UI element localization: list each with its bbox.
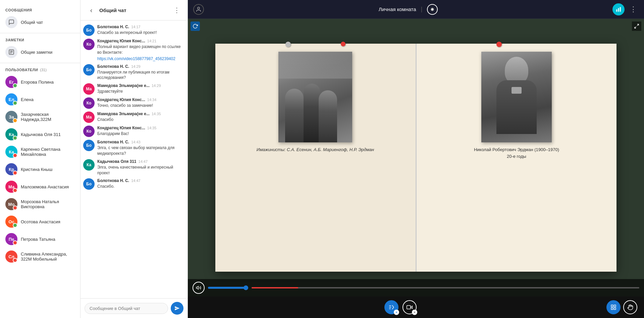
message-text: Элга, очень качественный и интересный пр… [97,165,185,176]
notes-section-title: ЗАМЕТКИ [0,35,80,43]
status-badge [13,118,17,123]
message-timestamp: 14:47 [139,160,148,164]
video-progress-bar [188,279,644,297]
pin-left-gray [285,42,291,47]
sidebar-item-user-4[interactable]: Ка Карпенко Светлана Михайловна [0,143,80,161]
sidebar-item-notes[interactable]: Общие заметки [0,43,80,61]
layout-button[interactable] [606,300,621,314]
back-button[interactable]: ‹ [86,5,97,15]
message-timestamp: 14:34 [147,98,157,102]
stats-button[interactable] [612,3,625,15]
participants-button[interactable] [193,4,204,15]
volume-button[interactable] [193,282,205,294]
status-badge [13,101,17,105]
message-avatar: Ко [83,97,95,109]
more-options-button[interactable]: ⋮ [628,4,639,15]
video-content: Имажинисты: С.А. Есенин, А.Б. Мариенгоф,… [188,19,644,297]
chat-header: ‹ Общий чат ⋮ [80,0,187,20]
svg-marker-12 [196,286,198,289]
message-timestamp: 14:43 [131,140,141,144]
message-timestamp: 14:35 [152,112,161,116]
message-sender-name: Болотнова Н. С. [97,25,129,29]
progress-track[interactable] [252,287,639,288]
chat-messages: БоБолотнова Н. С.14:17Спасибо за интерес… [80,20,187,298]
sidebar-item-user-1[interactable]: Ел Елена [0,91,80,108]
avatar-wrap: Ка [5,128,17,140]
message-text: Спасибо [97,117,185,123]
status-badge [13,83,17,88]
chat-icon [5,16,17,28]
sidebar-item-user-2[interactable]: За Захарчевская Надежда,322М [0,108,80,126]
avatar-wrap: За [5,111,17,123]
sidebar-item-user-0[interactable]: Ег Егорова Полина [0,73,80,91]
svg-point-4 [198,7,200,9]
status-badge [13,258,17,263]
sidebar-item-user-3[interactable]: Ка Кадычкова Оля 311 [0,126,80,143]
chat-message-item: КоКондратец Юлия Конс...14:21Полный вари… [83,39,185,61]
message-avatar: Ко [83,39,95,50]
avatar-wrap: Ел [5,93,17,105]
svg-rect-15 [611,305,613,307]
record-button[interactable] [427,4,438,15]
photo2-caption: Николай Робертович Эрдман (1900–1970)20-… [474,146,559,160]
camera-button-wrap [402,300,417,314]
notes-icon [5,46,17,58]
message-timestamp: 14:47 [131,179,141,183]
message-avatar: Ма [83,83,95,95]
user-label: Карпенко Светлана Михайловна [21,147,75,157]
sidebar-item-chat[interactable]: Общий чат [0,13,80,31]
message-sender-name: Кондратец Юлия Конс... [97,39,145,43]
svg-marker-13 [411,306,412,309]
status-badge [13,223,17,228]
chat-input[interactable] [85,303,168,314]
volume-track[interactable] [208,287,248,289]
message-sender-name: Мамедова Эльмира(не е... [97,83,150,88]
message-avatar: Бо [83,140,95,151]
bottom-right-controls [606,300,637,314]
message-body: Болотнова Н. С.14:29Планируется ли публи… [97,64,185,81]
sidebar-item-user-5[interactable]: Кр Кристина Кныш [0,161,80,178]
chat-message-item: КоКондратец Юлия Конс...14:34Точно, спас… [83,97,185,109]
message-link[interactable]: https://vk.com/video158877987_456239402 [97,56,175,61]
bottom-center-controls [384,300,417,314]
message-timestamp: 14:29 [131,64,141,69]
message-text: Полный вариант видео размещен по ссылке … [97,44,185,55]
svg-rect-16 [614,305,616,307]
users-title: ПОЛЬЗОВАТЕЛИ [5,68,38,72]
svg-rect-7 [616,9,617,12]
message-body: Болотнова Н. С.14:17Спасибо за интересны… [97,25,185,36]
mic-badge [394,310,399,315]
chat-message-item: МаМамедова Эльмира(не е...14:35Спасибо [83,111,185,123]
avatar-wrap: Сл [5,251,17,263]
message-text: Планируется ли публикация по итогам иссл… [97,70,185,81]
sidebar-item-user-8[interactable]: Ос Осотова Анастасия [0,213,80,230]
sidebar-item-user-10[interactable]: Сл Сливкина Александра, 322М Мобильный [0,248,80,265]
message-body: Болотнова Н. С.14:47Спасибо. [97,178,185,189]
status-badge [13,188,17,193]
message-sender-name: Болотнова Н. С. [97,64,129,69]
hand-button[interactable] [623,300,637,314]
status-badge [13,153,17,158]
chat-more-button[interactable]: ⋮ [171,5,182,15]
message-body: Мамедова Эльмира(не е...14:29Здравствуйт… [97,83,185,94]
message-text: Точно, спасибо за замечание! [97,103,185,108]
pin-top-red [496,42,502,47]
sidebar-item-user-6[interactable]: Ма Малоземова Анастасия [0,178,80,195]
message-timestamp: 14:17 [131,25,141,29]
video-container: Имажинисты: С.А. Есенин, А.Б. Мариенгоф,… [188,19,644,297]
notes-label: Общие заметки [21,50,52,55]
message-text: Спасибо. [97,184,185,189]
send-button[interactable] [171,302,183,315]
photo1-caption: Имажинисты: С.А. Есенин, А.Б. Мариенгоф,… [257,146,374,153]
avatar-wrap: Ма [5,181,17,193]
message-body: Кондратец Юлия Конс...14:34Точно, спасиб… [97,97,185,108]
sidebar-item-user-9[interactable]: Пе Петрова Татьяна [0,230,80,248]
message-body: Кадычкова Оля 31114:47Элга, очень качест… [97,159,185,176]
sidebar-item-user-7[interactable]: Мо Морозова Наталья Викторовна [0,195,80,213]
status-badge [13,171,17,175]
message-body: Кондратец Юлия Конс...14:35Благодарим Ва… [97,126,185,137]
camera-badge [412,310,417,315]
bottom-controls [188,297,644,318]
message-avatar: Бо [83,178,95,190]
message-sender-name: Болотнова Н. С. [97,178,129,183]
